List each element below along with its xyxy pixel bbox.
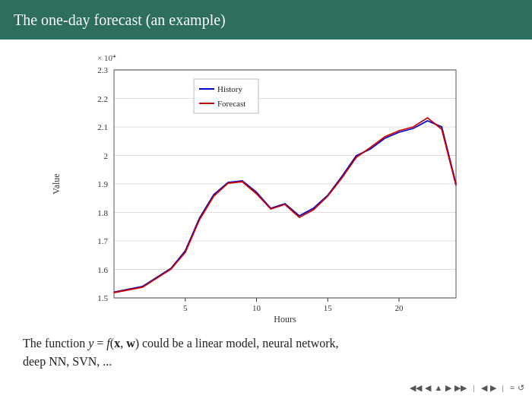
nav-back-icon[interactable]: ◀: [481, 383, 487, 393]
svg-text:2: 2: [104, 151, 109, 160]
svg-text:1.6: 1.6: [97, 265, 108, 274]
main-content: × 10⁴ 1.5 1.6 1.7 1.8 1.9 2 2.1 2.2: [0, 40, 532, 371]
history-line: [114, 121, 456, 293]
svg-text:1.5: 1.5: [97, 293, 108, 302]
nav-separator2: |: [502, 383, 504, 392]
nav-separator: |: [473, 383, 474, 392]
nav-up-icon[interactable]: ▲: [434, 383, 442, 392]
y-unit-label: × 10⁴: [97, 53, 116, 62]
svg-text:2.2: 2.2: [97, 94, 108, 103]
description-text: The function y = f(x, w) could be a line…: [15, 334, 517, 371]
page-header: The one-day forecast (an example): [0, 0, 532, 40]
chart-container: × 10⁴ 1.5 1.6 1.7 1.8 1.9 2 2.1 2.2: [46, 47, 486, 328]
nav-next-icon[interactable]: ▶: [445, 383, 451, 393]
nav-refresh-icon[interactable]: ↺: [518, 383, 524, 393]
svg-text:2.1: 2.1: [97, 122, 108, 131]
legend-history-label: History: [217, 84, 243, 93]
forecast-line: [114, 118, 456, 293]
svg-text:5: 5: [183, 303, 188, 312]
svg-text:20: 20: [395, 303, 404, 312]
x-axis-label: Hours: [274, 314, 296, 325]
svg-text:2.3: 2.3: [97, 65, 108, 74]
nav-start-icon[interactable]: ◀◀: [410, 383, 422, 393]
svg-text:15: 15: [324, 303, 333, 312]
nav-end-icon[interactable]: ▶▶: [454, 383, 467, 393]
svg-text:1.9: 1.9: [97, 179, 108, 188]
svg-text:1.8: 1.8: [97, 208, 108, 217]
legend-forecast-label: Forecast: [217, 99, 245, 108]
bottom-nav-bar: ◀◀ ◀ ▲ ▶ ▶▶ | ◀ ▶ | ≡ ↺: [0, 376, 532, 399]
y-axis-label: Value: [51, 173, 62, 194]
page-title: The one-day forecast (an example): [14, 11, 226, 29]
nav-menu-icon[interactable]: ≡: [510, 383, 515, 392]
nav-prev-icon[interactable]: ◀: [425, 383, 431, 393]
svg-text:10: 10: [252, 303, 261, 312]
forecast-chart: × 10⁴ 1.5 1.6 1.7 1.8 1.9 2 2.1 2.2: [46, 47, 486, 328]
nav-fwd-icon[interactable]: ▶: [490, 383, 496, 393]
svg-text:1.7: 1.7: [97, 236, 108, 245]
